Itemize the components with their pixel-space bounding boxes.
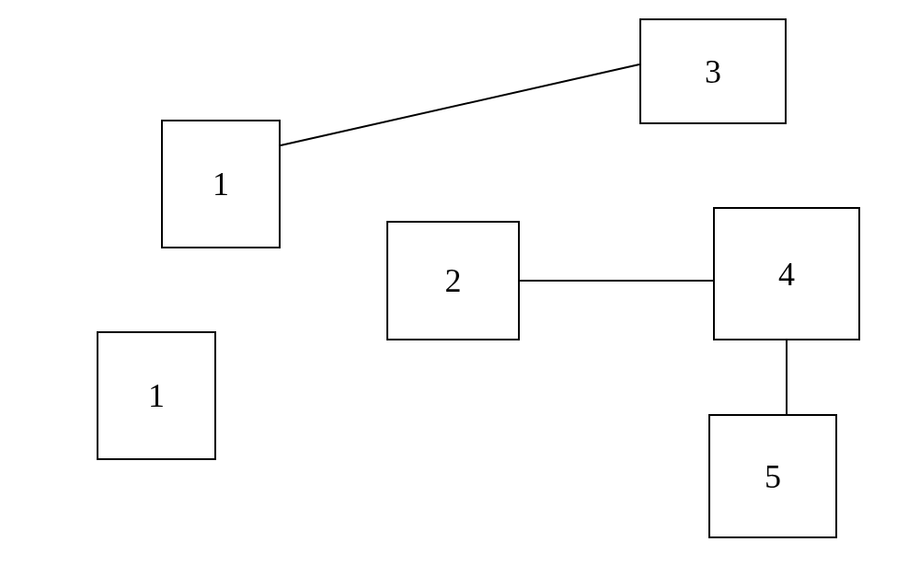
node-5: 5 (708, 414, 837, 538)
node-3: 3 (639, 18, 787, 124)
node-label: 5 (765, 457, 781, 496)
node-4: 4 (713, 207, 860, 340)
node-label: 3 (705, 52, 721, 91)
node-2: 2 (386, 221, 520, 340)
node-label: 4 (778, 255, 795, 294)
node-1b: 1 (97, 331, 216, 460)
node-label: 1 (213, 165, 229, 203)
node-label: 2 (445, 261, 462, 300)
connector-node1a-node3 (281, 64, 639, 145)
connector-node1a-node2 (281, 239, 386, 271)
node-1a: 1 (161, 120, 281, 248)
node-label: 1 (148, 376, 165, 415)
connector-node1b-node2 (216, 340, 386, 355)
